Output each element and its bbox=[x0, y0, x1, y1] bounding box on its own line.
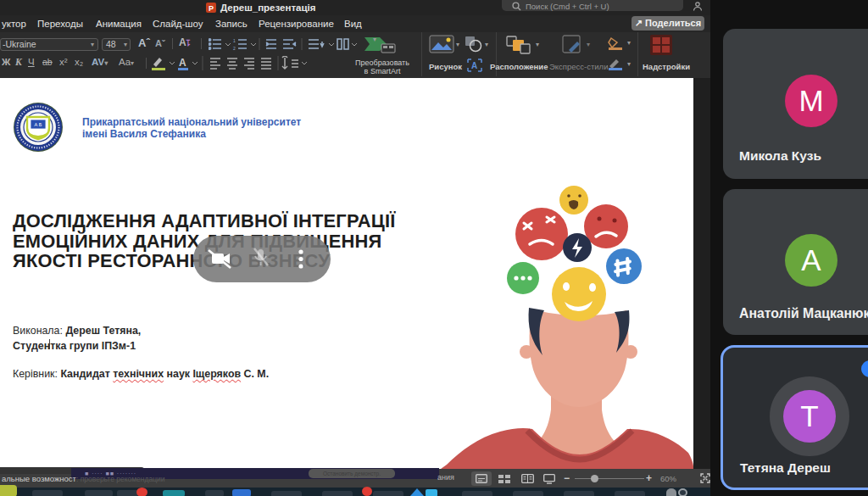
svg-text:А Б: А Б bbox=[35, 122, 42, 127]
svg-text:A: A bbox=[179, 57, 186, 69]
svg-text:2: 2 bbox=[233, 46, 236, 51]
svg-text:1: 1 bbox=[233, 38, 236, 43]
svg-text:A: A bbox=[471, 61, 477, 70]
